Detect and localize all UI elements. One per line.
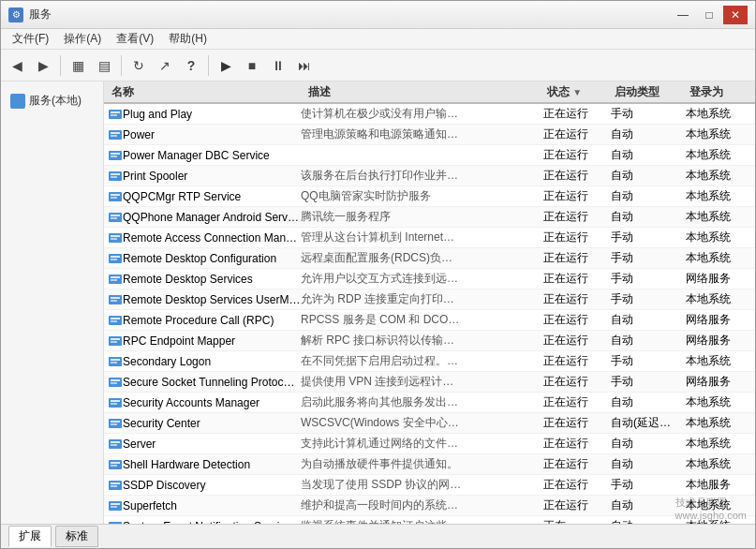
table-row[interactable]: Remote Procedure Call (RPC)RPCSS 服务是 COM… (104, 310, 755, 331)
svg-rect-8 (111, 156, 117, 157)
svg-rect-50 (111, 444, 117, 446)
service-icon (108, 210, 123, 225)
col-header-logon[interactable]: 登录为 (686, 84, 751, 100)
menu-item-V[interactable]: 查看(V) (109, 29, 161, 49)
table-row[interactable]: Secure Socket Tunneling Protocol S…提供使用 … (104, 372, 755, 393)
content-area: 名称 描述 状态 ▼ 启动类型 登录为 Plug and Play使计算机在极少… (104, 82, 755, 524)
svg-rect-20 (111, 238, 117, 240)
svg-rect-37 (111, 359, 120, 361)
col-header-name[interactable]: 名称 (108, 84, 304, 100)
service-desc: RPCSS 服务是 COM 和 DCO… (301, 312, 543, 328)
services-list[interactable]: Plug and Play使计算机在极少或没有用户输…正在运行手动本地系统Pow… (104, 104, 755, 524)
svg-rect-52 (111, 462, 120, 464)
service-name: Plug and Play (123, 108, 301, 121)
service-icon (108, 457, 123, 472)
table-row[interactable]: Power Manager DBC Service正在运行自动本地系统 (104, 145, 755, 166)
svg-rect-31 (111, 318, 120, 319)
table-row[interactable]: Print Spooler该服务在后台执行打印作业并…正在运行自动本地系统 (104, 166, 755, 186)
service-logon: 本地系统 (686, 250, 751, 266)
pause-button[interactable]: ⏸ (266, 53, 290, 78)
service-status: 正在运行 (543, 291, 611, 307)
svg-rect-7 (111, 153, 120, 155)
svg-rect-22 (111, 256, 120, 258)
service-startup: 自动 (611, 394, 686, 410)
svg-rect-58 (111, 503, 120, 505)
table-row[interactable]: Remote Desktop Configuration远程桌面配置服务(RDC… (104, 248, 755, 269)
service-icon (108, 230, 123, 245)
col-header-desc[interactable]: 描述 (304, 84, 543, 100)
sidebar-item-local[interactable]: 服务(本地) (7, 89, 97, 112)
tab-expand[interactable]: 扩展 (8, 526, 52, 547)
table-row[interactable]: Server支持此计算机通过网络的文件…正在运行自动本地系统 (104, 434, 755, 454)
service-startup: 手动 (611, 291, 686, 307)
service-icon (108, 251, 123, 266)
svg-rect-23 (111, 259, 117, 260)
col-status-label[interactable]: 状态 (547, 85, 570, 98)
table-row[interactable]: System Event Notification Service监视系统事件并… (104, 516, 755, 524)
service-name: QQPhone Manager Android Service (123, 211, 301, 224)
table-row[interactable]: Remote Access Connection Manager管理从这台计算机… (104, 228, 755, 248)
table-row[interactable]: Security CenterWSCSVC(Windows 安全中心…正在运行自… (104, 413, 755, 434)
maximize-button[interactable]: □ (697, 6, 721, 24)
service-name: Secure Socket Tunneling Protocol S… (123, 376, 301, 389)
col-header-startup[interactable]: 启动类型 (611, 84, 686, 100)
service-name: Remote Access Connection Manager (123, 231, 301, 245)
close-button[interactable]: ✕ (723, 6, 748, 24)
service-logon: 本地系统 (686, 106, 751, 122)
table-row[interactable]: Power管理电源策略和电源策略通知…正在运行自动本地系统 (104, 125, 755, 145)
table-row[interactable]: QQPhone Manager Android Service腾讯统一服务程序正… (104, 207, 755, 228)
svg-rect-13 (111, 194, 120, 196)
service-startup: 自动 (611, 456, 686, 472)
table-row[interactable]: Remote Desktop Services允许用户以交互方式连接到远…正在运… (104, 269, 755, 289)
menu-item-F[interactable]: 文件(F) (5, 29, 56, 49)
service-logon: 本地系统 (686, 230, 751, 245)
service-logon: 本地系统 (686, 147, 751, 163)
service-status: 正在运行 (543, 436, 611, 452)
menu-item-H[interactable]: 帮助(H) (161, 29, 215, 49)
table-row[interactable]: RPC Endpoint Mapper解析 RPC 接口标识符以传输…正在运行自… (104, 331, 755, 351)
refresh-button[interactable]: ↻ (126, 53, 151, 78)
forward-button[interactable]: ▶ (31, 53, 55, 78)
menu-bar: 文件(F)操作(A)查看(V)帮助(H) (1, 29, 755, 50)
service-status: 正在运行 (543, 271, 611, 287)
service-name: QQPCMgr RTP Service (123, 190, 301, 203)
svg-rect-44 (111, 403, 117, 405)
service-desc: 当发现了使用 SSDP 协议的网… (301, 477, 543, 493)
service-desc: 支持此计算机通过网络的文件… (301, 436, 543, 452)
export-button[interactable]: ↗ (153, 53, 177, 78)
service-startup: 自动 (611, 312, 686, 328)
toolbar: ◀ ▶ ▦ ▤ ↻ ↗ ? ▶ ■ ⏸ ⏭ (1, 50, 755, 82)
minimize-button[interactable]: — (671, 6, 695, 24)
service-logon: 本地系统 (686, 436, 751, 452)
view2-button[interactable]: ▤ (92, 53, 116, 78)
svg-rect-38 (111, 362, 117, 364)
service-startup: 自动 (611, 168, 686, 184)
table-row[interactable]: QQPCMgr RTP ServiceQQ电脑管家实时防护服务正在运行自动本地系… (104, 186, 755, 207)
svg-rect-17 (111, 217, 117, 219)
table-row[interactable]: Remote Desktop Services UserMo…允许为 RDP 连… (104, 289, 755, 310)
menu-item-A[interactable]: 操作(A) (56, 29, 109, 49)
view1-button[interactable]: ▦ (66, 53, 90, 78)
table-row[interactable]: Shell Hardware Detection为自动播放硬件事件提供通知。正在… (104, 454, 755, 475)
service-startup: 自动 (611, 333, 686, 349)
play-button[interactable]: ▶ (214, 53, 238, 78)
back-button[interactable]: ◀ (5, 53, 29, 78)
service-startup: 自动(延迟… (611, 415, 686, 431)
service-icon (108, 272, 123, 287)
table-row[interactable]: SSDP Discovery当发现了使用 SSDP 协议的网…正在运行手动本地服… (104, 475, 755, 496)
table-row[interactable]: Plug and Play使计算机在极少或没有用户输…正在运行手动本地系统 (104, 104, 755, 125)
table-row[interactable]: Superfetch维护和提高一段时间内的系统…正在运行自动本地系统 (104, 496, 755, 516)
svg-rect-29 (111, 300, 117, 302)
col-header-status: 状态 ▼ (543, 84, 611, 100)
service-icon (108, 169, 123, 184)
help-button[interactable]: ? (179, 53, 203, 78)
window-title: 服务 (29, 7, 52, 22)
svg-rect-43 (111, 400, 120, 402)
tab-standard[interactable]: 标准 (55, 526, 98, 547)
service-icon (108, 375, 123, 390)
stop-button[interactable]: ■ (240, 53, 264, 78)
table-row[interactable]: Security Accounts Manager启动此服务将向其他服务发出…正… (104, 393, 755, 413)
service-icon (108, 313, 123, 328)
restart-button[interactable]: ⏭ (292, 53, 317, 78)
table-row[interactable]: Secondary Logon在不同凭据下启用启动过程。…正在运行手动本地系统 (104, 351, 755, 372)
